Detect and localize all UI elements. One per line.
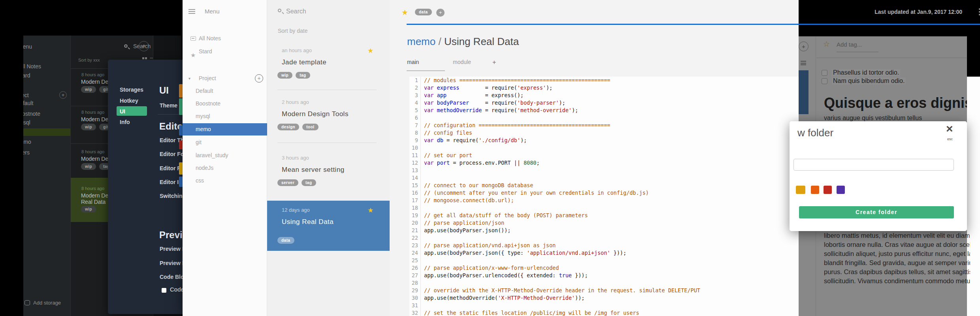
tag-badge[interactable]: tool: [302, 124, 318, 130]
tag-badge[interactable]: server: [277, 179, 298, 186]
tag-row: servertag: [277, 179, 316, 186]
settings-nav-storages[interactable]: Storages: [120, 85, 143, 94]
sidebar-item-label: Stard: [199, 45, 212, 58]
sidebar-item-default[interactable]: Default: [23, 99, 70, 107]
sidebar-item-git[interactable]: git: [183, 136, 267, 149]
tab-main[interactable]: main: [407, 59, 419, 65]
sort-selector[interactable]: Sort by date: [278, 28, 308, 34]
esc-hint-label: esc: [947, 137, 953, 141]
sidebar-item-project[interactable]: Project+: [23, 91, 70, 100]
settings-row-theme[interactable]: Theme: [160, 102, 177, 109]
settings-nav-info[interactable]: Info: [120, 117, 130, 127]
settings-row[interactable]: Editor Fo: [160, 151, 184, 157]
settings-nav-hotkey[interactable]: Hotkey: [120, 96, 138, 105]
divider: [277, 143, 377, 143]
dialog-title: w folder: [797, 127, 833, 139]
note-time: 8 hours ago: [81, 186, 104, 191]
note-time: 12 days ago: [282, 207, 310, 213]
sidebar-item-all-notes[interactable]: All Notes: [183, 32, 267, 45]
settings-nav-ui[interactable]: UI: [120, 107, 125, 116]
note-time: 2 hours ago: [282, 99, 309, 105]
sidebar-item-boostnote[interactable]: Boostnote: [183, 98, 267, 110]
sidebar-item-project[interactable]: ▾Project+: [183, 72, 267, 85]
breadcrumb-folder[interactable]: memo: [407, 36, 435, 47]
sidebar-item-label: mysql: [196, 110, 210, 122]
tag-badge[interactable]: wip: [277, 72, 292, 79]
sidebar-item-mysql[interactable]: mysql: [183, 110, 267, 122]
note-time: an hours ago: [282, 47, 312, 53]
chevron-down-icon[interactable]: ▾: [188, 72, 190, 85]
tag-badge[interactable]: tag: [302, 179, 316, 186]
folder-color-swatch[interactable]: [796, 186, 805, 194]
tag-badge[interactable]: wip: [81, 86, 96, 93]
star-icon[interactable]: ★: [401, 8, 408, 17]
settings-row[interactable]: Preview F: [160, 260, 185, 266]
sidebar-item-label: All Notes: [199, 32, 221, 45]
note-list-item[interactable]: an hours ago★Jade templatewiptag: [267, 41, 390, 85]
settings-row[interactable]: Switching: [160, 193, 186, 199]
search-icon: [278, 9, 281, 12]
note-title: Using Real Data: [444, 36, 519, 47]
tab-module[interactable]: module: [453, 59, 471, 65]
close-icon[interactable]: ×: [946, 122, 953, 135]
sort-selector[interactable]: Sort by xxx: [78, 58, 100, 62]
tag-badge[interactable]: tag: [296, 72, 310, 79]
search-icon: [124, 44, 127, 47]
sidebar-item-label: memo: [196, 123, 211, 135]
tag-badge[interactable]: data: [277, 237, 294, 244]
folder-color-swatch[interactable]: [811, 186, 819, 194]
last-updated-label: Last updated at Jan.9, 2017 12:00: [820, 9, 962, 15]
add-tag-button[interactable]: +: [436, 9, 445, 17]
tag-badge[interactable]: wip: [81, 206, 96, 213]
note-list-item[interactable]: 12 days ago★Using Real Datadata: [267, 201, 390, 251]
note-list-item[interactable]: 2 hours agoModern Design Toolsdesigntool: [267, 93, 390, 136]
sidebar-item-boostnote[interactable]: Boostnote: [23, 128, 70, 136]
sidebar-item-memo[interactable]: memo: [23, 137, 70, 146]
tag-badge[interactable]: wip: [81, 124, 96, 130]
main-app-window: Menu All Notes★Stard▾Project+DefaultBoos…: [183, 0, 799, 316]
sidebar-item-stard[interactable]: Stard: [23, 71, 70, 80]
add-folder-icon[interactable]: +: [59, 91, 67, 99]
sidebar-item-label: Default: [196, 85, 213, 97]
sidebar-item-nodejs[interactable]: nodeJs: [183, 162, 267, 174]
create-folder-dialog: w folder × esc Create folder: [790, 121, 967, 231]
sidebar-item-css[interactable]: css: [183, 175, 267, 187]
sidebar-item-others[interactable]: others: [23, 148, 70, 157]
menu-button[interactable]: Menu: [188, 7, 260, 16]
new-note-button[interactable]: +: [139, 41, 149, 51]
settings-row[interactable]: Preview F: [160, 246, 185, 252]
sidebar-item-default[interactable]: Default: [183, 85, 267, 97]
tag-badge[interactable]: design: [277, 124, 299, 130]
dark-sidebar: MenuAll NotesStardProject+DefaultBoostno…: [23, 36, 70, 316]
checkbox[interactable]: [162, 288, 166, 293]
sidebar: Menu All Notes★Stard▾Project+DefaultBoos…: [183, 0, 267, 316]
star-icon[interactable]: ★: [368, 206, 373, 214]
folder-name-input[interactable]: [793, 159, 954, 171]
sidebar-item-memo[interactable]: memo: [183, 123, 267, 135]
folder-color-swatch[interactable]: [837, 186, 845, 194]
create-folder-button[interactable]: Create folder: [799, 206, 954, 218]
sidebar-item-menu[interactable]: Menu: [23, 42, 70, 51]
sidebar-item-label: Boostnote: [196, 98, 220, 110]
sidebar-item-stard[interactable]: ★Stard: [183, 45, 267, 58]
database-plus-icon: [24, 300, 30, 305]
search-input[interactable]: Search: [286, 8, 306, 15]
desktop: MenuAll NotesStardProject+DefaultBoostno…: [0, 0, 980, 316]
tag-badge[interactable]: wip: [81, 163, 96, 170]
star-icon: ★: [190, 49, 196, 61]
tag-row: wip: [81, 206, 96, 213]
settings-row[interactable]: Code Blo: [160, 274, 184, 280]
sidebar-item-mysql[interactable]: mysql: [23, 118, 70, 127]
sidebar-item-laravel_study[interactable]: laravel_study: [183, 149, 267, 162]
sidebar-item-boostnote[interactable]: Boostnote: [23, 109, 70, 118]
note-title-line2: Real Data: [81, 199, 106, 205]
folder-color-swatch[interactable]: [824, 186, 832, 194]
star-icon[interactable]: ★: [368, 47, 373, 55]
note-time: 8 hours ago: [81, 110, 104, 115]
add-storage-button[interactable]: Add storage: [24, 299, 61, 306]
sidebar-item-all notes[interactable]: All Notes: [23, 62, 70, 71]
add-folder-icon[interactable]: +: [255, 74, 263, 83]
note-tag-badge[interactable]: data: [415, 9, 432, 15]
note-list-item[interactable]: 3 hours agoMean server settingservertag: [267, 149, 390, 192]
tab-add-button[interactable]: +: [492, 59, 496, 66]
